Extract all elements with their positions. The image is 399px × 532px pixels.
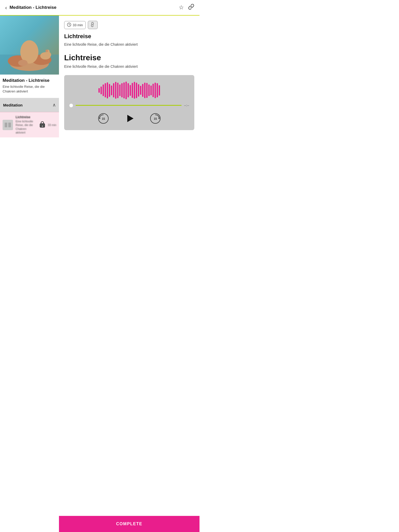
link-badge-button[interactable]	[88, 21, 98, 29]
duration-badge: 33 min	[64, 21, 86, 29]
svg-marker-24	[158, 118, 160, 119]
waveform-bar	[140, 86, 141, 95]
svg-marker-21	[127, 115, 134, 122]
svg-point-11	[18, 60, 28, 66]
playlist-duration: 33 min	[48, 123, 56, 127]
waveform-bar	[146, 83, 148, 98]
svg-text:15: 15	[154, 117, 157, 120]
header-right: ☆	[179, 4, 194, 11]
svg-rect-13	[8, 123, 11, 127]
playlist-thumb	[3, 120, 13, 130]
badges: 33 min	[64, 21, 194, 29]
waveform-bar	[142, 84, 143, 97]
header-title: Meditation - Lichtreise	[10, 5, 56, 10]
waveform-bar	[148, 84, 150, 96]
duration-text: 33 min	[73, 23, 83, 27]
audio-player: --:-- 15	[64, 75, 194, 130]
waveform-bar	[157, 83, 158, 97]
waveform-bar	[150, 85, 152, 95]
waveform-bar	[155, 83, 156, 98]
forward-button[interactable]: 15	[149, 112, 162, 125]
playlist-item-subtitle: Eine lichtvolle Reise, die die Chakren a…	[16, 119, 37, 134]
waveform-bar	[105, 83, 106, 97]
playlist-item[interactable]: Lichtreise Eine lichtvolle Reise, die di…	[0, 112, 59, 137]
waveform-bar	[128, 83, 129, 97]
waveform-bar	[159, 85, 160, 96]
progress-bar[interactable]: --:--	[69, 104, 189, 107]
waveform-bar	[117, 83, 118, 98]
player-controls: 15 15	[69, 112, 189, 125]
waveform	[69, 81, 189, 99]
lock-icon	[39, 121, 45, 129]
progress-dot	[69, 104, 73, 107]
waveform-bar	[130, 85, 131, 96]
waveform-bar	[138, 84, 139, 97]
main-content: Meditation - Lichtreise Eine lichtvolle …	[0, 16, 200, 151]
rewind-button[interactable]: 15	[97, 112, 110, 125]
content-subtitle: Eine lichtvolle Reise, die die Chakren a…	[64, 42, 194, 47]
header: ‹ Meditation - Lichtreise ☆	[0, 0, 200, 16]
accordion-header[interactable]: Meditation ∧	[0, 98, 59, 112]
left-column: Meditation - Lichtreise Eine lichtvolle …	[0, 16, 59, 137]
waveform-bar	[111, 85, 112, 95]
waveform-bar	[125, 82, 127, 99]
waveform-bar	[115, 82, 116, 99]
waveform-bar	[144, 83, 145, 98]
waveform-bar	[113, 83, 114, 97]
svg-marker-20	[99, 118, 101, 119]
waveform-bar	[121, 83, 123, 97]
clock-icon	[67, 23, 71, 28]
waveform-bar	[119, 84, 121, 96]
playlist-info: Lichtreise Eine lichtvolle Reise, die di…	[16, 115, 37, 134]
progress-track	[76, 105, 182, 106]
waveform-bar	[101, 87, 102, 94]
play-button[interactable]	[123, 112, 136, 125]
link-badge-icon	[89, 22, 96, 28]
waveform-bar	[134, 82, 135, 99]
waveform-bar	[136, 83, 137, 98]
svg-text:15: 15	[102, 117, 105, 120]
link-icon[interactable]	[188, 4, 194, 11]
waveform-bar	[98, 88, 100, 93]
svg-point-10	[45, 50, 48, 52]
item-subtitle: Eine lichtvolle Reise, die die Chakren a…	[0, 84, 59, 98]
svg-rect-12	[5, 123, 7, 127]
bookmark-icon[interactable]: ☆	[179, 4, 184, 11]
right-column: 33 min Lichtreise Eine lichtvolle Reise,…	[59, 16, 200, 151]
track-subtitle: Eine lichtvolle Reise, die die Chakren a…	[64, 64, 194, 69]
accordion-chevron-icon: ∧	[52, 102, 56, 108]
content-title: Lichtreise	[64, 33, 194, 40]
playlist-item-title: Lichtreise	[16, 115, 37, 119]
waveform-bar	[103, 84, 104, 96]
waveform-bar	[152, 84, 154, 97]
waveform-bar	[123, 82, 125, 98]
item-title: Meditation - Lichtreise	[0, 75, 59, 84]
header-left: ‹ Meditation - Lichtreise	[5, 5, 56, 11]
track-title: Lichtreise	[64, 53, 194, 62]
waveform-bar	[109, 84, 110, 97]
hero-image	[0, 16, 59, 75]
waveform-bar	[107, 82, 108, 98]
waveform-bar	[132, 83, 133, 98]
progress-time: --:--	[184, 104, 189, 107]
accordion-label: Meditation	[3, 103, 23, 107]
back-button[interactable]: ‹	[5, 5, 7, 11]
